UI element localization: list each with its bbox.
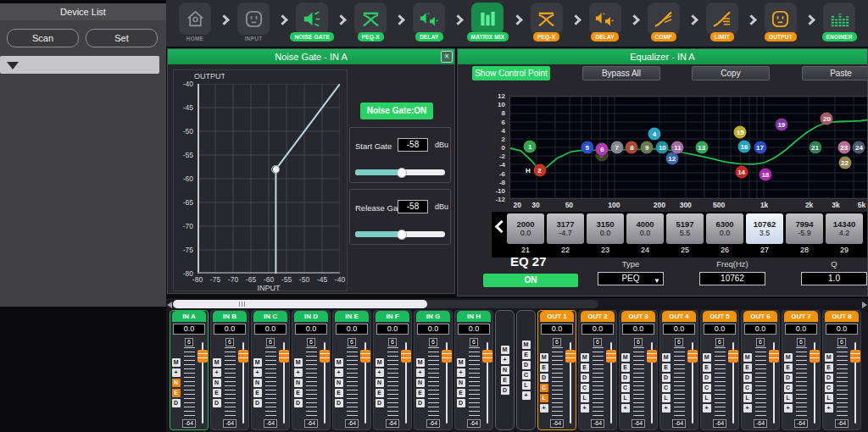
strip-button-plus[interactable]: + [172,368,181,377]
fader-thumb[interactable] [647,350,657,363]
strip-button-d[interactable]: D [213,399,221,407]
strip-button-plus[interactable]: + [457,368,465,377]
release-gate-value[interactable]: -58 [398,200,428,213]
channel-tab[interactable]: OUT 5 [703,311,737,322]
mixer-strip-in-c[interactable]: IN C0.0M+NED6-64 [251,310,290,430]
strip-button-m[interactable]: M [784,353,793,362]
eq-band-button-24[interactable]: 40000.0 [626,213,664,244]
fader-thumb[interactable] [728,350,738,363]
fader-thumb[interactable] [810,350,820,363]
strip-button-n[interactable]: N [294,379,303,387]
strip-button-c[interactable]: C [621,384,630,392]
fader-thumb[interactable] [442,350,452,363]
eq-type-select[interactable]: PEQ ▼ [598,272,664,285]
mixer-scrollbar[interactable] [166,299,868,309]
channel-tab[interactable]: OUT 3 [621,311,655,322]
slider-thumb[interactable] [397,168,407,178]
strip-button-c[interactable]: C [522,371,531,379]
eq-control-point-1[interactable]: 1 [524,140,537,152]
eq-control-point-20[interactable]: 20 [821,113,833,125]
channel-value[interactable]: 0.0 [458,324,490,335]
gate-threshold-handle[interactable] [271,165,280,174]
fader-thumb[interactable] [320,350,330,363]
strip-button-e[interactable]: E [335,389,343,397]
channel-tab[interactable]: OUT 4 [662,311,696,322]
strip-button-e[interactable]: E [294,389,303,397]
strip-button-c[interactable]: C [662,384,670,392]
strip-button-d[interactable]: D [501,386,509,395]
strip-button-m[interactable]: M [213,358,221,367]
eq-control-point-10[interactable]: 10 [656,141,669,154]
strip-button-e[interactable]: E [621,363,630,372]
strip-button-e[interactable]: E [581,363,589,372]
eq-control-point-18[interactable]: 18 [759,168,771,180]
eq-on-button[interactable]: ON [483,274,578,287]
eq-control-point-19[interactable]: 19 [775,118,787,130]
strip-button-d[interactable]: D [581,374,589,382]
strip-button-e[interactable]: E [784,363,793,372]
strip-button-m[interactable]: M [621,353,630,362]
device-dropdown[interactable] [0,56,159,74]
eq-control-point-9[interactable]: 9 [641,141,654,154]
strip-button-n[interactable]: N [213,379,221,387]
channel-value[interactable]: 0.0 [417,324,449,335]
eq-control-point-4[interactable]: 4 [648,128,661,141]
strip-button-n[interactable]: N [376,379,384,387]
scrollbar-thumb[interactable] [173,300,427,308]
start-gate-slider[interactable] [355,169,445,175]
eq-control-point-13[interactable]: 13 [695,141,708,154]
mixer-strip-out-4[interactable]: OUT 40.0MEDCL+6-64 [659,310,698,430]
mixer-strip-out-3[interactable]: OUT 30.0MEDCL+6-64 [619,310,658,430]
toolbar-item-delay-7[interactable]: DELAY [581,3,629,42]
toolbar-item-output-10[interactable]: OUTPUT [757,3,804,42]
channel-value[interactable]: 0.0 [622,324,654,335]
scan-button[interactable]: Scan [7,29,79,47]
strip-button-d[interactable]: D [522,361,531,369]
channel-tab[interactable]: IN F [376,311,409,322]
release-gate-slider[interactable] [355,231,445,237]
set-button[interactable]: Set [86,29,158,47]
noise-gate-graph[interactable]: OUTPUT -40-45-50-55-60-65-70-75-80 -80-7… [173,69,348,291]
start-gate-value[interactable]: -58 [398,138,428,152]
strip-button-plus[interactable]: + [253,368,262,377]
strip-button-e[interactable]: E [825,363,833,372]
strip-button-m[interactable]: M [416,358,425,367]
strip-button-l[interactable]: L [703,394,711,402]
fader-track[interactable] [647,338,656,428]
strip-button-l[interactable]: L [743,394,752,402]
strip-button-l[interactable]: L [581,394,589,402]
strip-button-plus[interactable]: + [581,404,589,413]
channel-tab[interactable]: OUT 1 [540,311,574,322]
channel-value[interactable]: 0.0 [785,324,817,335]
strip-button-d[interactable]: D [825,374,833,382]
fader-thumb[interactable] [401,350,411,363]
channel-value[interactable]: 0.0 [663,324,695,335]
toolbar-item-peq-x-3[interactable]: PEQ-X [347,3,394,42]
channel-value[interactable]: 0.0 [173,324,205,335]
channel-value[interactable]: 0.0 [254,324,287,335]
strip-button-l[interactable]: L [621,394,630,402]
channel-tab[interactable]: IN E [335,311,369,322]
strip-button-e[interactable]: E [703,363,711,372]
eq-control-point-2[interactable]: 2H [533,163,546,176]
eq-band-button-27[interactable]: 107623.5 [746,213,783,244]
channel-tab[interactable]: IN H [457,311,491,322]
fader-track[interactable] [728,338,737,428]
strip-button-m[interactable]: M [581,353,589,362]
eq-control-point-5[interactable]: 5 [581,141,593,154]
toolbar-item-home-0[interactable]: HOME [171,3,219,42]
toolbar-item-enginer-11[interactable]: ENGINER [815,3,863,42]
slider-thumb[interactable] [397,230,407,240]
strip-button-n[interactable]: N [335,379,343,387]
fader-thumb[interactable] [850,350,860,363]
strip-button-c[interactable]: C [703,384,711,392]
strip-button-e[interactable]: E [172,389,181,397]
strip-button-d[interactable]: D [376,399,384,407]
strip-button-l[interactable]: L [540,394,548,402]
show-control-point-button[interactable]: Show Control Point [472,66,550,80]
strip-button-plus[interactable]: + [540,404,548,413]
strip-button-m[interactable]: M [335,358,343,367]
fader-track[interactable] [482,338,492,428]
strip-button-d[interactable]: D [540,374,548,382]
band-prev-chevron-icon[interactable] [495,220,509,234]
